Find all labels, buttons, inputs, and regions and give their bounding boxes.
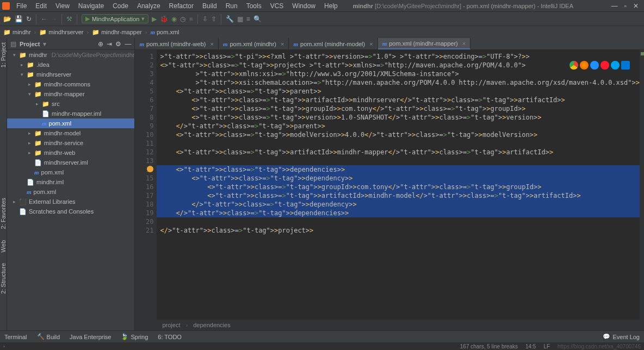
- minimize-button[interactable]: —: [611, 2, 618, 10]
- sdk-icon[interactable]: ≡: [246, 15, 250, 23]
- menu-code[interactable]: Code: [108, 1, 133, 11]
- menu-refactor[interactable]: Refactor: [165, 1, 198, 11]
- editor-tab[interactable]: mpom.xml (mindhr-model)×: [289, 38, 377, 49]
- ie-icon[interactable]: [611, 61, 620, 70]
- tree-item[interactable]: mpom.xml: [7, 167, 134, 177]
- menu-help[interactable]: Help: [320, 1, 342, 11]
- tool-terminal[interactable]: Terminal: [4, 334, 27, 340]
- tool-structure[interactable]: 2: Structure: [0, 263, 7, 294]
- sync-icon[interactable]: ↻: [26, 15, 32, 23]
- menu-vcs[interactable]: VCS: [266, 1, 288, 11]
- tree-item[interactable]: mpom.xml: [7, 187, 134, 197]
- left-tool-gutter: 1: Project 2: Favorites Web 2: Structure: [0, 38, 7, 330]
- editor-tab[interactable]: mpom.xml (mindhr)×: [219, 38, 289, 49]
- build-icon[interactable]: ⚒: [66, 15, 72, 23]
- menu-window[interactable]: Window: [288, 1, 320, 11]
- menu-analyze[interactable]: Analyze: [133, 1, 165, 11]
- tree-item[interactable]: ▸📁mindhr-commons: [7, 79, 134, 89]
- breadcrumb-item[interactable]: dependencies: [193, 322, 231, 328]
- tool-build[interactable]: 🔨 Build: [37, 333, 60, 340]
- chrome-icon[interactable]: [569, 61, 578, 70]
- tool-spring[interactable]: 🍃 Spring: [121, 333, 148, 340]
- tool-project[interactable]: 1: Project: [0, 42, 7, 67]
- close-tab-icon[interactable]: ×: [210, 41, 213, 47]
- nav-crumb[interactable]: 📁mindhr-mapper: [92, 29, 142, 36]
- gear-icon[interactable]: ⚙: [115, 40, 121, 48]
- run-configuration-selector[interactable]: ▶ MindhrApplication ▾: [82, 14, 148, 23]
- firefox-icon[interactable]: [580, 61, 589, 70]
- edge-icon[interactable]: [621, 61, 630, 70]
- close-tab-icon[interactable]: ×: [369, 41, 373, 47]
- tree-item[interactable]: ▸⬛External Libraries: [7, 197, 134, 207]
- close-tab-icon[interactable]: ×: [462, 40, 466, 47]
- nav-crumb[interactable]: 📁mindhr: [3, 29, 31, 36]
- tree-item[interactable]: ▸📁.idea: [7, 60, 134, 70]
- app-icon: [2, 2, 10, 10]
- tree-item[interactable]: 📄mindhrserver.iml: [7, 158, 134, 167]
- close-button[interactable]: ✕: [633, 2, 639, 10]
- tree-item[interactable]: mpom.xml: [7, 118, 134, 128]
- tool-favorites[interactable]: 2: Favorites: [0, 198, 7, 229]
- back-icon[interactable]: ←: [41, 15, 47, 23]
- tree-item[interactable]: ▾📁mindhrserver: [7, 70, 134, 79]
- open-icon[interactable]: 📂: [3, 15, 11, 23]
- window-title: mindhr [D:\code\MyGiteeProject\mindhr] -…: [353, 3, 611, 9]
- status-line-sep[interactable]: LF: [543, 343, 550, 349]
- tree-item[interactable]: ▸📁mindhr-service: [7, 138, 134, 148]
- tree-item[interactable]: 📄mindhr-mapper.iml: [7, 109, 134, 118]
- editor-breadcrumbs: project › dependencies: [135, 320, 644, 330]
- run-icon[interactable]: ▶: [152, 15, 157, 23]
- tree-item[interactable]: 📄mindhr.iml: [7, 177, 134, 187]
- tree-item[interactable]: ▾📁mindhr-mapper: [7, 89, 134, 99]
- tree-item[interactable]: ▸📁src: [7, 99, 134, 109]
- vcs-update-icon[interactable]: ⇩: [202, 15, 208, 23]
- project-tree[interactable]: ▾📁mindhrD:\code\MyGiteeProject\mindhr▸📁.…: [7, 50, 134, 330]
- code-area[interactable]: >"t-attr">>class>=>"t-pi">><?xml >"t-att…: [157, 50, 639, 320]
- menu-view[interactable]: View: [51, 1, 74, 11]
- nav-crumb[interactable]: mpom.xml: [150, 29, 179, 35]
- editor-tab[interactable]: mpom.xml (mindhr-mapper)×: [378, 38, 471, 49]
- editor-tab[interactable]: mpom.xml (mindhr-web)×: [135, 38, 218, 49]
- menu-edit[interactable]: Edit: [31, 1, 51, 11]
- editor[interactable]: 123456789101112131415161718192021 >"t-at…: [135, 50, 644, 320]
- coverage-icon[interactable]: ◉: [171, 15, 177, 23]
- menu-run[interactable]: Run: [221, 1, 242, 11]
- menu-navigate[interactable]: Navigate: [74, 1, 108, 11]
- debug-icon[interactable]: 🐞: [160, 15, 168, 23]
- collapse-icon[interactable]: ⇥: [107, 40, 112, 48]
- breadcrumb-item[interactable]: project: [162, 322, 180, 328]
- save-icon[interactable]: 💾: [15, 15, 23, 23]
- menu-tools[interactable]: Tools: [242, 1, 266, 11]
- bottom-tool-bar: Terminal 🔨 Build Java Enterprise 🍃 Sprin…: [0, 330, 644, 342]
- tool-web[interactable]: Web: [0, 240, 7, 252]
- tree-item[interactable]: ▸📁mindhr-model: [7, 128, 134, 138]
- close-tab-icon[interactable]: ×: [281, 41, 284, 47]
- vcs-commit-icon[interactable]: ⇧: [211, 15, 216, 23]
- stop-icon[interactable]: ■: [189, 15, 193, 23]
- locate-icon[interactable]: ⊕: [98, 40, 103, 48]
- nav-crumb[interactable]: 📁mindhrserver: [39, 29, 83, 36]
- hide-icon[interactable]: —: [125, 40, 131, 48]
- tool-java-enterprise[interactable]: Java Enterprise: [70, 334, 111, 340]
- status-bar: ▫ 167 chars, 5 line breaks 14:5 LF https…: [0, 342, 644, 350]
- tree-item[interactable]: ▸📁mindhr-web: [7, 148, 134, 158]
- forward-icon[interactable]: →: [51, 15, 57, 23]
- menu-file[interactable]: File: [12, 1, 31, 11]
- status-icon[interactable]: ▫: [3, 343, 5, 349]
- maximize-button[interactable]: ▫: [624, 2, 627, 10]
- tree-item[interactable]: 📄Scratches and Consoles: [7, 207, 134, 216]
- error-stripe[interactable]: [640, 50, 644, 320]
- tree-item[interactable]: ▾📁mindhrD:\code\MyGiteeProject\mindhr: [7, 50, 134, 60]
- tool-todo[interactable]: 6: TODO: [158, 334, 182, 340]
- safari-icon[interactable]: [590, 61, 599, 70]
- opera-icon[interactable]: [600, 61, 609, 70]
- profile-icon[interactable]: ◷: [180, 15, 185, 23]
- tool-event-log[interactable]: 💬 Event Log: [603, 333, 640, 340]
- editor-area: mpom.xml (mindhr-web)× mpom.xml (mindhr)…: [135, 38, 644, 330]
- status-mark: [641, 52, 644, 55]
- menu-build[interactable]: Build: [198, 1, 221, 11]
- project-structure-icon[interactable]: ▦: [237, 15, 243, 23]
- search-icon[interactable]: 🔍: [253, 15, 262, 23]
- settings-icon[interactable]: 🔧: [226, 15, 234, 23]
- project-tool-window: ▤ Project ▾ ⊕ ⇥ ⚙ — ▾📁mindhrD:\code\MyGi…: [7, 38, 135, 330]
